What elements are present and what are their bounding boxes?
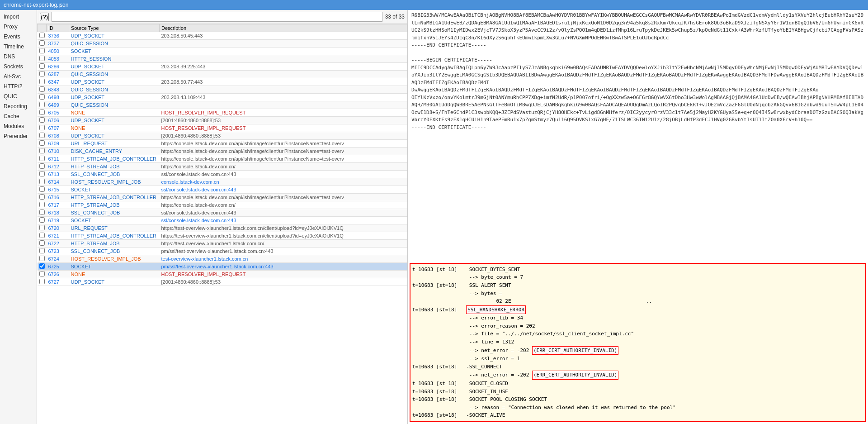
row-id[interactable]: 6707 <box>47 124 69 132</box>
row-id[interactable]: 6723 <box>47 248 69 255</box>
sidebar-item-events[interactable]: Events <box>0 32 37 42</box>
row-id[interactable]: 6705 <box>47 109 69 117</box>
table-row[interactable]: 6722HTTP_STREAM_JOBhttps://test-overview… <box>38 240 407 248</box>
sidebar-item-dns[interactable]: DNS <box>0 52 37 62</box>
row-id[interactable]: 3736 <box>47 32 69 40</box>
table-row[interactable]: 6724HOST_RESOLVER_IMPL_JOBtest-overview-… <box>38 255 407 263</box>
search-input[interactable] <box>52 12 382 22</box>
row-checkbox[interactable] <box>39 63 45 69</box>
table-row[interactable]: 6721HTTP_STREAM_JOB_CONTROLLERhttps://te… <box>38 232 407 240</box>
row-checkbox[interactable] <box>39 225 45 230</box>
row-id[interactable]: 3737 <box>47 40 69 48</box>
table-row[interactable]: 6726NONEHOST_RESOLVER_IMPL_REQUEST <box>38 271 407 278</box>
row-id[interactable]: 6286 <box>47 63 69 71</box>
table-row[interactable]: 6705NONEHOST_RESOLVER_IMPL_REQUEST <box>38 109 407 117</box>
table-row[interactable]: 6712HTTP_STREAM_JOBhttps://console.lstac… <box>38 163 407 171</box>
table-row[interactable]: 6499QUIC_SESSION <box>38 101 407 109</box>
row-id[interactable]: 6725 <box>47 263 69 271</box>
log-table[interactable]: ID Source Type Description 3736UDP_SOCKE… <box>37 24 407 424</box>
row-checkbox[interactable] <box>39 248 45 253</box>
table-row[interactable]: 3737QUIC_SESSION <box>38 40 407 48</box>
row-checkbox[interactable] <box>39 156 45 161</box>
sidebar-item-reporting[interactable]: Reporting <box>0 101 37 111</box>
sidebar-item-alt-svc[interactable]: Alt-Svc <box>0 71 37 81</box>
table-row[interactable]: 6347UDP_SOCKET203.208.50.77:443 <box>38 78 407 86</box>
table-row[interactable]: 6723SSL_CONNECT_JOBpm/ssl/test-overview-… <box>38 248 407 255</box>
table-row[interactable]: 6715SOCKETssl/console.lstack-dev.com.cn:… <box>38 186 407 194</box>
sidebar-item-proxy[interactable]: Proxy <box>0 22 37 32</box>
row-checkbox[interactable] <box>39 140 45 146</box>
sidebar-item-sockets[interactable]: Sockets <box>0 62 37 71</box>
row-id[interactable]: 6716 <box>47 194 69 201</box>
table-row[interactable]: 4053HTTP2_SESSION <box>38 55 407 63</box>
row-checkbox[interactable] <box>39 233 45 238</box>
row-checkbox[interactable] <box>39 202 45 207</box>
row-checkbox[interactable] <box>39 56 45 61</box>
row-id[interactable]: 6712 <box>47 163 69 171</box>
table-row[interactable]: 6348QUIC_SESSION <box>38 86 407 94</box>
sidebar-item-timeline[interactable]: Timeline <box>0 42 37 52</box>
row-checkbox[interactable] <box>39 163 45 169</box>
row-id[interactable]: 6287 <box>47 71 69 78</box>
row-checkbox[interactable] <box>39 133 45 138</box>
row-checkbox[interactable] <box>39 110 45 115</box>
row-checkbox[interactable] <box>39 279 45 284</box>
sidebar-item-modules[interactable]: Modules <box>0 121 37 131</box>
row-checkbox[interactable] <box>39 271 45 276</box>
table-row[interactable]: 6719SOCKETssl/console.lstack-dev.com.cn:… <box>38 217 407 224</box>
row-id[interactable]: 6347 <box>47 78 69 86</box>
row-checkbox[interactable] <box>39 40 45 46</box>
row-id[interactable]: 6727 <box>47 278 69 286</box>
table-row[interactable]: 6709URL_REQUESThttps://console.lstack-de… <box>38 140 407 148</box>
row-checkbox[interactable] <box>39 148 45 153</box>
table-row[interactable]: 3736UDP_SOCKET203.208.50.45:443 <box>38 32 407 40</box>
row-checkbox[interactable] <box>39 48 45 53</box>
row-checkbox[interactable] <box>39 217 45 223</box>
row-checkbox[interactable] <box>39 33 45 38</box>
row-checkbox[interactable] <box>39 71 45 76</box>
table-row[interactable]: 6714HOST_RESOLVER_IMPL_JOBconsole.lstack… <box>38 178 407 186</box>
row-id[interactable]: 6348 <box>47 86 69 94</box>
row-id[interactable]: 6706 <box>47 117 69 124</box>
table-row[interactable]: 6706UDP_SOCKET[2001:4860:4860::8888]:53 <box>38 117 407 124</box>
row-checkbox[interactable] <box>39 194 45 200</box>
table-row[interactable]: 6716HTTP_STREAM_JOB_CONTROLLERhttps://co… <box>38 194 407 201</box>
search-help-button[interactable]: (?) <box>40 13 49 21</box>
row-checkbox[interactable] <box>39 94 45 100</box>
table-row[interactable]: 4050SOCKET <box>38 48 407 55</box>
row-id[interactable]: 6720 <box>47 224 69 232</box>
table-row[interactable]: 6718SSL_CONNECT_JOBssl/console.lstack-de… <box>38 209 407 217</box>
table-row[interactable]: 6286UDP_SOCKET203.208.39.225:443 <box>38 63 407 71</box>
sidebar-item-http/2[interactable]: HTTP/2 <box>0 81 37 91</box>
table-row[interactable]: 6710DISK_CACHE_ENTRYhttps://console.lsta… <box>38 148 407 155</box>
sidebar-item-import[interactable]: Import <box>0 12 37 22</box>
row-id[interactable]: 6709 <box>47 140 69 148</box>
row-checkbox[interactable] <box>39 240 45 246</box>
row-id[interactable]: 6721 <box>47 232 69 240</box>
row-checkbox[interactable] <box>39 186 45 192</box>
row-id[interactable]: 6722 <box>47 240 69 248</box>
row-id[interactable]: 4053 <box>47 55 69 63</box>
table-row[interactable]: 6708UDP_SOCKET[2001:4860:4860::8888]:53 <box>38 132 407 140</box>
table-row[interactable]: 6498UDP_SOCKET203.208.43.109:443 <box>38 94 407 101</box>
row-checkbox[interactable] <box>39 79 45 84</box>
row-id[interactable]: 4050 <box>47 48 69 55</box>
row-id[interactable]: 6499 <box>47 101 69 109</box>
row-id[interactable]: 6718 <box>47 209 69 217</box>
row-id[interactable]: 6717 <box>47 201 69 209</box>
table-row[interactable]: 6717HTTP_STREAM_JOBhttps://console.lstac… <box>38 201 407 209</box>
row-checkbox[interactable] <box>39 86 45 92</box>
row-checkbox[interactable] <box>39 256 45 261</box>
table-row[interactable]: 6287QUIC_SESSION <box>38 71 407 78</box>
row-id[interactable]: 6714 <box>47 178 69 186</box>
table-row[interactable]: 6727UDP_SOCKET[2001:4860:4860::8888]:53 <box>38 278 407 286</box>
row-id[interactable]: 6710 <box>47 148 69 155</box>
table-row[interactable]: 6713SSL_CONNECT_JOBssl/console.lstack-de… <box>38 171 407 178</box>
row-id[interactable]: 6708 <box>47 132 69 140</box>
row-checkbox[interactable] <box>39 210 45 215</box>
row-id[interactable]: 6719 <box>47 217 69 224</box>
sidebar-item-cache[interactable]: Cache <box>0 111 37 121</box>
table-row[interactable]: 6720URL_REQUESThttps://test-overview-xla… <box>38 224 407 232</box>
table-row[interactable]: 6707NONEHOST_RESOLVER_IMPL_REQUEST <box>38 124 407 132</box>
table-row[interactable]: 6711HTTP_STREAM_JOB_CONTROLLERhttps://co… <box>38 155 407 163</box>
